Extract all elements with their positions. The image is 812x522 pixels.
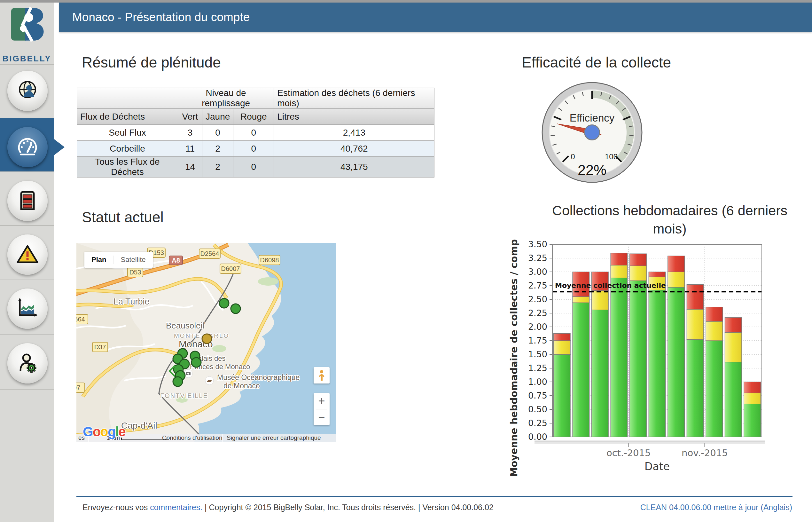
bar-segment-rouge (706, 307, 723, 321)
cell-yellow: 2 (202, 141, 233, 157)
bar-segment-vert (725, 362, 742, 437)
sidebar-divider (0, 64, 54, 65)
sidebar-divider (0, 280, 54, 280)
y-tick-label: 3.00 (528, 267, 547, 277)
road-badge: D37 (92, 342, 108, 352)
gauge-hub (585, 125, 600, 140)
bar-segment-rouge (610, 253, 627, 265)
page-title: Monaco - Présentation du compte (72, 3, 250, 32)
table-total-row: Tous les Flux de Déchets 14 2 0 43,175 (77, 157, 434, 178)
svg-text:07: 07 (77, 384, 80, 391)
bar-segment-rouge (630, 254, 647, 266)
cell-red: 0 (233, 125, 274, 141)
bar-segment-rouge (554, 334, 571, 341)
user-settings-icon (15, 350, 40, 376)
map-type-satellite-button[interactable]: Satellite (113, 256, 152, 264)
label-musee-1: Musée Océanographique (217, 373, 299, 382)
google-logo: Google (83, 424, 125, 440)
sidebar-item-alerts[interactable] (7, 235, 48, 275)
road-badge: D2564 (199, 249, 220, 258)
feedback-link[interactable]: commentaires. (150, 503, 202, 512)
road-badge: D6098 (259, 255, 280, 265)
cell-litres: 43,175 (274, 157, 434, 178)
map-marker[interactable] (231, 304, 241, 314)
bar-segment-rouge (687, 285, 704, 309)
map-type-plan-button[interactable]: Plan (84, 256, 113, 264)
table-row: Seul Flux 3 0 0 2,413 (77, 125, 434, 141)
version-update-link[interactable]: CLEAN 04.00.06.00 mettre à jour (Anglais… (640, 503, 792, 512)
bar-segment-jaune (554, 341, 571, 355)
bar-segment-vert (687, 340, 704, 437)
label-musee-2: de Monaco (224, 382, 260, 390)
google-logo-letter: l (116, 424, 119, 439)
sidebar-item-reports[interactable] (7, 288, 48, 329)
bar-segment-rouge (744, 382, 761, 393)
map-report-link[interactable]: Signaler une erreur cartographique (227, 434, 321, 441)
y-tick-label: 2.25 (528, 308, 547, 318)
museum-poi-icon (205, 377, 213, 385)
google-logo-letter: e (118, 424, 125, 439)
fullness-section-title: Résumé de plénitude (82, 54, 221, 71)
map-marker[interactable] (173, 377, 183, 386)
status-section-title: Statut actuel (82, 208, 164, 226)
speedometer-icon (15, 134, 40, 160)
map-marker[interactable] (202, 334, 212, 343)
map-terms-link[interactable]: Conditions d'utilisation (162, 434, 222, 441)
map-marker[interactable] (219, 298, 229, 308)
bar-segment-rouge (668, 256, 685, 272)
bar-segment-vert (649, 290, 666, 437)
y-tick-label: 0.50 (528, 404, 547, 414)
map-canvas: La Turbie Beausoleil MONTE-CARLO Monaco … (77, 243, 336, 442)
road-badge: D6007 (220, 264, 241, 274)
bar-segment-jaune (668, 272, 685, 287)
status-map[interactable]: La Turbie Beausoleil MONTE-CARLO Monaco … (77, 243, 336, 442)
y-tick-label: 0.25 (528, 418, 547, 428)
sidebar-item-dashboard[interactable] (7, 127, 48, 167)
pegman-icon (317, 370, 326, 381)
map-type-control: Plan Satellite (84, 252, 153, 268)
y-tick-label: 1.25 (528, 363, 547, 373)
map-scale-bar (121, 438, 167, 440)
cell-red: 0 (233, 157, 274, 178)
cell-green: 11 (178, 141, 202, 157)
collections-chart-title: Collections hebdomadaires (6 derniers mo… (529, 201, 810, 238)
y-tick-label: 0.75 (528, 390, 547, 400)
bar-segment-jaune (610, 265, 627, 278)
efficiency-section-title: Efficacité de la collecte (522, 54, 671, 71)
svg-text:D37: D37 (94, 343, 106, 350)
gauge-max-label: 100 (605, 152, 618, 161)
fill-level-group-header: Niveau de remplissage (178, 88, 274, 109)
sidebar-active-arrow (54, 139, 65, 156)
svg-text:D6098: D6098 (260, 257, 279, 264)
table-group-header-row: Niveau de remplissage Estimation des déc… (77, 88, 434, 109)
warning-triangle-icon (15, 242, 40, 267)
brand-text: BIGBELLY (0, 54, 54, 64)
y-tick-label: 1.50 (528, 349, 547, 359)
svg-text:564: 564 (77, 316, 85, 323)
collections-chart: 0.000.250.500.751.001.251.501.752.002.25… (508, 239, 783, 476)
cell-yellow: 0 (202, 125, 233, 141)
zoom-in-button[interactable]: + (314, 393, 330, 409)
street-view-pegman-button[interactable] (314, 367, 330, 383)
map-zoom-control: + − (314, 393, 330, 425)
map-marker[interactable] (191, 358, 201, 367)
x-tick-label: nov.-2015 (682, 447, 728, 458)
bar-segment-vert (668, 287, 685, 437)
google-logo-letter: o (100, 424, 108, 439)
sidebar-item-fullness[interactable] (7, 181, 48, 221)
header-bar: Monaco - Présentation du compte (59, 3, 812, 32)
x-axis-title: Date (645, 460, 670, 473)
zoom-out-button[interactable]: − (314, 409, 330, 425)
svg-text:D53: D53 (129, 269, 141, 276)
cell-green: 3 (178, 125, 202, 141)
sidebar: BIGBELLY (0, 3, 54, 522)
y-tick-label: 2.75 (528, 281, 547, 290)
bigbelly-logo-icon (9, 6, 45, 42)
y-tick-label: 1.00 (528, 377, 547, 387)
sidebar-item-user-settings[interactable] (7, 343, 48, 383)
bar-segment-jaune (744, 393, 761, 404)
cell-red: 0 (233, 141, 274, 157)
bar-segment-jaune (725, 332, 742, 362)
cell-stream: Seul Flux (77, 125, 178, 141)
sidebar-item-account-overview[interactable] (7, 71, 48, 111)
